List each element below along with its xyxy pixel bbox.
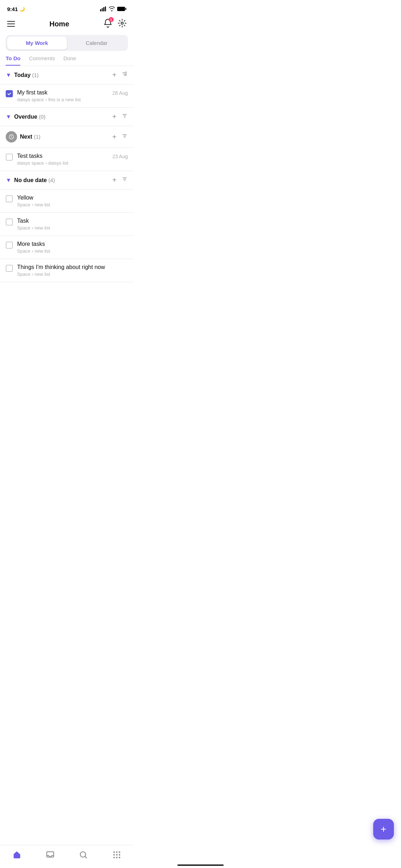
nodue-sort-button[interactable] xyxy=(121,176,128,184)
today-sort-button[interactable] xyxy=(121,71,128,79)
check-icon xyxy=(7,92,11,96)
task-checkbox-1[interactable] xyxy=(6,90,13,97)
settings-icon xyxy=(118,19,126,27)
task-subtitle-4: Space › new list xyxy=(17,225,128,231)
task-title-6: Things I'm thinking about right now xyxy=(17,264,128,270)
notification-button[interactable]: 1 xyxy=(104,19,112,29)
page-title: Home xyxy=(50,20,69,28)
next-add-button[interactable]: + xyxy=(112,133,116,141)
main-tab-toggle: My Work Calendar xyxy=(6,35,128,51)
overdue-actions: + xyxy=(112,113,128,121)
nodue-add-button[interactable]: + xyxy=(112,176,116,184)
task-row-3[interactable]: Yellow Space › new list xyxy=(0,190,134,213)
svg-point-6 xyxy=(121,22,123,24)
signal-icon xyxy=(100,6,106,11)
chevron-right-icon-2: › xyxy=(45,160,47,166)
task-title-5: More tasks xyxy=(17,241,128,247)
chevron-right-icon-3: › xyxy=(32,202,33,207)
svg-rect-3 xyxy=(105,6,106,11)
wifi-icon xyxy=(109,6,115,11)
sort-icon-next xyxy=(121,133,128,139)
overdue-chevron[interactable]: ▼ xyxy=(6,114,11,120)
section-overdue-header: ▼ Overdue (0) + xyxy=(0,108,134,126)
sub-tabs: To Do Comments Done xyxy=(0,55,134,66)
overdue-title: Overdue (0) xyxy=(14,114,112,120)
top-nav: Home 1 xyxy=(0,16,134,33)
task-checkbox-3[interactable] xyxy=(6,195,13,202)
menu-button[interactable] xyxy=(7,21,15,27)
today-add-button[interactable]: + xyxy=(112,71,116,79)
subtab-todo[interactable]: To Do xyxy=(6,55,20,66)
status-bar: 9:41 🌙 xyxy=(0,0,134,16)
task-info-1: My first task daisys space › this is a n… xyxy=(17,89,108,102)
tab-calendar[interactable]: Calendar xyxy=(67,36,127,50)
task-checkbox-6[interactable] xyxy=(6,265,13,272)
next-icon xyxy=(6,131,17,143)
notification-badge: 1 xyxy=(109,17,114,22)
task-checkbox-4[interactable] xyxy=(6,218,13,226)
nodue-actions: + xyxy=(112,176,128,184)
chevron-right-icon-6: › xyxy=(32,272,33,277)
status-time: 9:41 🌙 xyxy=(7,6,25,12)
settings-button[interactable] xyxy=(118,19,126,29)
task-subtitle-2: daisys space › daisys list xyxy=(17,160,108,166)
task-info-6: Things I'm thinking about right now Spac… xyxy=(17,264,128,277)
battery-icon xyxy=(117,6,126,11)
sort-icon xyxy=(121,71,128,77)
task-row-4[interactable]: Task Space › new list xyxy=(0,213,134,236)
task-subtitle-6: Space › new list xyxy=(17,272,128,277)
task-info-4: Task Space › new list xyxy=(17,218,128,231)
svg-rect-4 xyxy=(117,7,125,11)
sort-icon-nodue xyxy=(121,176,128,182)
task-row-5[interactable]: More tasks Space › new list xyxy=(0,236,134,259)
today-chevron[interactable]: ▼ xyxy=(6,72,11,78)
chevron-right-icon: › xyxy=(45,97,47,102)
status-icons xyxy=(100,6,126,11)
task-title-2: Test tasks xyxy=(17,153,108,159)
clock-icon xyxy=(9,134,14,140)
next-title: Next (1) xyxy=(20,134,112,140)
nav-icons: 1 xyxy=(104,19,126,29)
svg-rect-2 xyxy=(103,7,104,11)
svg-rect-5 xyxy=(125,8,126,10)
task-checkbox-5[interactable] xyxy=(6,242,13,249)
next-actions: + xyxy=(112,133,128,141)
moon-icon: 🌙 xyxy=(19,6,25,12)
subtab-comments[interactable]: Comments xyxy=(29,55,55,66)
task-date-1: 28 Aug xyxy=(112,90,128,96)
section-nodue-header: ▼ No due date (4) + xyxy=(0,171,134,190)
nodue-chevron[interactable]: ▼ xyxy=(6,177,11,184)
task-title-4: Task xyxy=(17,218,128,224)
section-today-header: ▼ Today (1) + xyxy=(0,66,134,84)
task-subtitle-1: daisys space › this is a new list xyxy=(17,97,108,102)
task-row[interactable]: My first task daisys space › this is a n… xyxy=(0,84,134,108)
task-date-2: 23 Aug xyxy=(112,154,128,159)
svg-rect-0 xyxy=(100,9,101,11)
task-row-2[interactable]: Test tasks daisys space › daisys list 23… xyxy=(0,148,134,171)
task-subtitle-3: Space › new list xyxy=(17,202,128,207)
task-info-2: Test tasks daisys space › daisys list xyxy=(17,153,108,166)
section-next-header: Next (1) + xyxy=(0,126,134,148)
today-actions: + xyxy=(112,71,128,79)
task-row-6[interactable]: Things I'm thinking about right now Spac… xyxy=(0,259,134,282)
task-info-5: More tasks Space › new list xyxy=(17,241,128,254)
subtab-done[interactable]: Done xyxy=(63,55,76,66)
task-checkbox-2[interactable] xyxy=(6,154,13,161)
nodue-title: No due date (4) xyxy=(14,177,112,184)
task-title-3: Yellow xyxy=(17,195,128,201)
chevron-right-icon-4: › xyxy=(32,225,33,231)
task-info-3: Yellow Space › new list xyxy=(17,195,128,207)
tab-my-work[interactable]: My Work xyxy=(7,36,67,50)
task-subtitle-5: Space › new list xyxy=(17,248,128,254)
sort-icon-overdue xyxy=(121,113,128,119)
content-area: ▼ Today (1) + My first task daisys space xyxy=(0,66,134,314)
today-title: Today (1) xyxy=(14,72,112,78)
task-title-1: My first task xyxy=(17,89,108,96)
next-sort-button[interactable] xyxy=(121,133,128,141)
chevron-right-icon-5: › xyxy=(32,248,33,254)
overdue-sort-button[interactable] xyxy=(121,113,128,121)
overdue-add-button[interactable]: + xyxy=(112,113,116,121)
svg-rect-1 xyxy=(102,8,103,11)
